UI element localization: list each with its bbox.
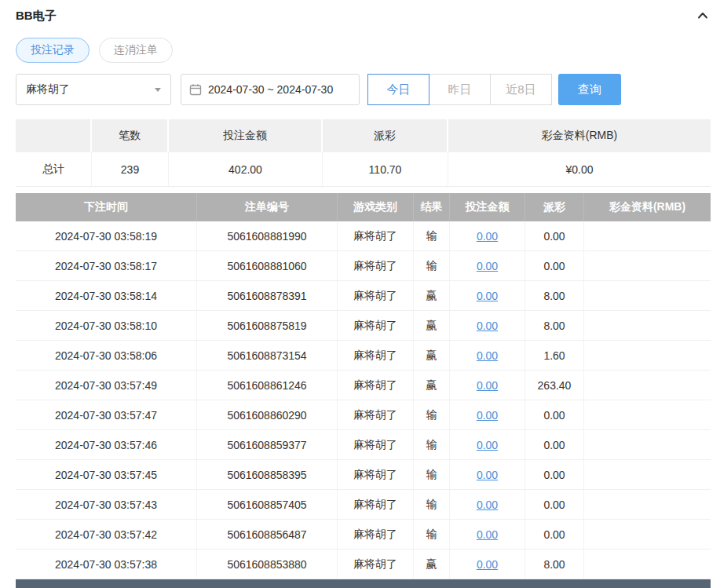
payout: 0.00 (525, 460, 584, 489)
game-type: 麻将胡了 (338, 311, 414, 340)
payout: 0.00 (525, 520, 584, 549)
bet-amount-cell: 0.00 (450, 371, 525, 400)
bet-amount-link[interactable]: 0.00 (477, 409, 498, 422)
summary-header-count: 笔数 (92, 119, 169, 152)
range-today-button[interactable]: 今日 (367, 74, 429, 105)
bet-amount-link[interactable]: 0.00 (477, 349, 498, 362)
bet-time: 2024-07-30 03:57:46 (16, 430, 197, 459)
game-type: 麻将胡了 (338, 520, 414, 549)
header-bonus: 彩金资料(RMB) (584, 193, 711, 221)
summary-table: 笔数 投注金额 派彩 彩金资料(RMB) 总计 239 402.00 110.7… (16, 119, 711, 187)
table-header-row: 下注时间 注单编号 游戏类别 结果 投注金额 派彩 彩金资料(RMB) (16, 193, 711, 221)
order-id: 5061608861246 (197, 371, 338, 400)
bet-amount-cell: 0.00 (450, 460, 525, 489)
bet-amount-link[interactable]: 0.00 (477, 230, 498, 243)
bet-amount-cell: 0.00 (450, 400, 525, 429)
bet-time: 2024-07-30 03:58:06 (16, 341, 197, 370)
result: 输 (414, 251, 450, 280)
payout: 1.60 (525, 341, 584, 370)
bonus (584, 400, 711, 429)
bet-time: 2024-07-30 03:58:14 (16, 281, 197, 310)
date-range-picker[interactable]: 2024-07-30 ~ 2024-07-30 (181, 74, 360, 105)
game-type: 麻将胡了 (338, 371, 414, 400)
summary-header-payout: 派彩 (323, 119, 448, 152)
bet-amount-link[interactable]: 0.00 (477, 260, 498, 272)
bet-amount-link[interactable]: 0.00 (477, 469, 498, 481)
table-row: 2024-07-30 03:58:10 5061608875819 麻将胡了 赢… (16, 311, 711, 341)
chevron-down-icon (155, 88, 161, 92)
bet-amount-link[interactable]: 0.00 (477, 379, 498, 392)
result: 输 (414, 430, 450, 459)
result: 输 (414, 520, 450, 549)
result: 赢 (414, 341, 450, 370)
bonus (584, 251, 711, 280)
table-row: 2024-07-30 03:57:43 5061608857405 麻将胡了 输… (16, 490, 711, 520)
payout: 263.40 (525, 371, 584, 400)
bonus (584, 221, 711, 250)
bonus (584, 311, 711, 340)
collapse-panel-button[interactable] (695, 8, 711, 24)
game-type: 麻将胡了 (338, 221, 414, 250)
bet-time: 2024-07-30 03:57:47 (16, 400, 197, 429)
header-order-id: 注单编号 (197, 193, 338, 221)
summary-total-count: 239 (92, 152, 169, 186)
range-yesterday-button[interactable]: 昨日 (429, 74, 491, 105)
result: 赢 (414, 311, 450, 340)
order-id: 5061608878391 (197, 281, 338, 310)
search-button[interactable]: 查询 (558, 74, 621, 105)
table-row: 2024-07-30 03:57:38 5061608853880 麻将胡了 赢… (16, 550, 711, 579)
table-row: 2024-07-30 03:58:19 5061608881990 麻将胡了 输… (16, 221, 711, 251)
summary-total-payout: 110.70 (323, 152, 448, 186)
tab-cascade-orders[interactable]: 连消注单 (99, 38, 173, 63)
result: 输 (414, 400, 450, 429)
table-row: 2024-07-30 03:58:14 5061608878391 麻将胡了 赢… (16, 281, 711, 311)
bet-amount-cell: 0.00 (450, 281, 525, 310)
bet-amount-link[interactable]: 0.00 (477, 528, 498, 541)
bb-electronics-panel: BB电子 投注记录 连消注单 麻将胡了 (0, 0, 720, 588)
range-last8days-button[interactable]: 近8日 (490, 74, 552, 105)
order-id: 5061608860290 (197, 400, 338, 429)
order-id: 5061608859377 (197, 430, 338, 459)
game-type: 麻将胡了 (338, 550, 414, 579)
tab-bet-records[interactable]: 投注记录 (16, 38, 90, 63)
bet-amount-link[interactable]: 0.00 (477, 320, 498, 332)
bonus (584, 281, 711, 310)
page-title: BB电子 (16, 9, 57, 24)
table-row: 2024-07-30 03:57:47 5061608860290 麻将胡了 输… (16, 400, 711, 430)
bet-amount-cell: 0.00 (450, 520, 525, 549)
bet-amount-cell: 0.00 (450, 311, 525, 340)
bet-amount-link[interactable]: 0.00 (477, 439, 498, 451)
bonus (584, 490, 711, 519)
payout: 0.00 (525, 221, 584, 250)
result: 输 (414, 460, 450, 489)
game-type: 麻将胡了 (338, 460, 414, 489)
order-id: 5061608857405 (197, 490, 338, 519)
game-type: 麻将胡了 (338, 430, 414, 459)
result: 输 (414, 221, 450, 250)
bet-amount-link[interactable]: 0.00 (477, 558, 498, 571)
table-row: 2024-07-30 03:57:46 5061608859377 麻将胡了 输… (16, 430, 711, 460)
summary-header-bet-amount: 投注金额 (169, 119, 323, 152)
game-select[interactable]: 麻将胡了 (16, 74, 171, 105)
payout: 8.00 (525, 311, 584, 340)
chevron-up-icon (696, 9, 709, 22)
bet-time: 2024-07-30 03:58:17 (16, 251, 197, 280)
bet-amount-cell: 0.00 (450, 430, 525, 459)
summary-header-blank (16, 119, 92, 152)
summary-header-bonus: 彩金资料(RMB) (448, 119, 711, 152)
bet-records-table: 下注时间 注单编号 游戏类别 结果 投注金额 派彩 彩金资料(RMB) 2024… (16, 193, 711, 579)
bonus (584, 371, 711, 400)
bet-time: 2024-07-30 03:57:43 (16, 490, 197, 519)
bet-amount-link[interactable]: 0.00 (477, 499, 498, 511)
bet-amount-link[interactable]: 0.00 (477, 290, 498, 302)
table-row: 2024-07-30 03:58:06 5061608873154 麻将胡了 赢… (16, 341, 711, 371)
table-row: 2024-07-30 03:58:17 5061608881060 麻将胡了 输… (16, 251, 711, 281)
filter-bar: 麻将胡了 2024-07-30 ~ 2024-07-30 今日 昨日 近8日 查… (16, 74, 711, 105)
result: 赢 (414, 371, 450, 400)
summary-total-bet-amount: 402.00 (169, 152, 323, 186)
summary-total-bonus: ¥0.00 (448, 152, 711, 186)
date-range-value: 2024-07-30 ~ 2024-07-30 (208, 83, 333, 96)
bet-amount-cell: 0.00 (450, 550, 525, 579)
payout: 0.00 (525, 430, 584, 459)
payout: 8.00 (525, 550, 584, 579)
